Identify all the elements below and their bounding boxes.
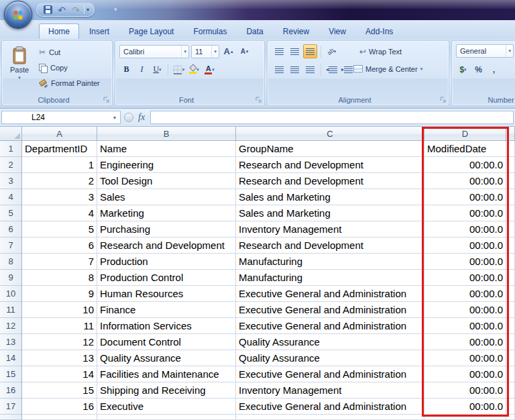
cell-A16[interactable]: 15	[22, 382, 97, 399]
name-box[interactable]: L24 ▾	[1, 111, 121, 124]
cell-D8[interactable]: 00:00.0	[424, 254, 506, 270]
cell-stub-11[interactable]	[506, 302, 515, 318]
row-header-5[interactable]: 5	[0, 205, 22, 221]
cell-D13[interactable]: 00:00.0	[424, 334, 506, 350]
cell-B8[interactable]: Production	[97, 254, 236, 270]
save-button[interactable]	[42, 4, 54, 15]
cell-C14[interactable]: Quality Assurance	[236, 350, 424, 366]
column-header-D[interactable]: D	[424, 127, 506, 141]
cell-C12[interactable]: Executive General and Administration	[236, 318, 424, 334]
decrease-indent-button[interactable]: ◂	[325, 62, 339, 76]
row-header-9[interactable]: 9	[0, 270, 22, 286]
tab-page-layout[interactable]: Page Layout	[119, 23, 183, 39]
tab-review[interactable]: Review	[274, 23, 319, 39]
row-header-17[interactable]: 17	[0, 399, 22, 415]
cell-D15[interactable]: 00:00.0	[424, 366, 506, 382]
cell-C10[interactable]: Executive General and Administration	[236, 286, 424, 302]
font-name-combobox[interactable]: Calibri ▾	[119, 45, 189, 58]
cell-D11[interactable]: 00:00.0	[424, 302, 506, 318]
paste-button[interactable]: Paste ▾	[4, 43, 35, 95]
cell-C2[interactable]: Research and Development	[236, 157, 424, 173]
row-header-16[interactable]: 16	[0, 382, 22, 399]
cell-C13[interactable]: Quality Assurance	[236, 334, 424, 350]
cell-B11[interactable]: Finance	[97, 302, 236, 318]
cell-B12[interactable]: Information Services	[97, 318, 236, 334]
undo-button[interactable]: ↶	[56, 4, 68, 15]
tab-insert[interactable]: Insert	[80, 23, 119, 39]
cell-A2[interactable]: 1	[22, 157, 97, 173]
shrink-font-button[interactable]: A ▾	[237, 44, 251, 58]
percent-format-button[interactable]: %	[471, 62, 485, 76]
cell-C17[interactable]: Executive General and Administration	[236, 399, 424, 415]
accounting-format-button[interactable]: $ ▾	[456, 62, 470, 76]
tab-data[interactable]: Data	[237, 23, 272, 39]
cell-A3[interactable]: 2	[22, 173, 97, 189]
office-button[interactable]	[4, 1, 32, 29]
insert-function-button[interactable]: fx	[138, 112, 145, 123]
number-format-combobox[interactable]: General ▾	[456, 44, 514, 58]
merge-center-button[interactable]: Merge & Center ▾	[351, 62, 425, 76]
cell-D7[interactable]: 00:00.0	[424, 238, 506, 254]
cell-D5[interactable]: 00:00.0	[424, 205, 506, 221]
bold-button[interactable]: B	[119, 62, 133, 76]
cell-B3[interactable]: Tool Design	[97, 173, 236, 189]
cell-D17[interactable]: 00:00.0	[424, 399, 506, 415]
select-all-corner[interactable]	[0, 127, 22, 141]
redo-button[interactable]: ↷	[70, 4, 82, 15]
borders-button[interactable]: ▾	[172, 62, 186, 76]
cell-stub-6[interactable]	[506, 221, 515, 238]
tab-home[interactable]: Home	[39, 23, 79, 39]
cell-A4[interactable]: 3	[22, 189, 97, 205]
cell-B17[interactable]: Executive	[97, 399, 236, 415]
align-right-button[interactable]	[303, 62, 317, 76]
cell-stub-2[interactable]	[506, 157, 515, 173]
cell-A12[interactable]: 11	[22, 318, 97, 334]
cell-B6[interactable]: Purchasing	[97, 221, 236, 238]
cell-A9[interactable]: 8	[22, 270, 97, 286]
row-header-11[interactable]: 11	[0, 302, 22, 318]
row-header-3[interactable]: 3	[0, 173, 22, 189]
column-header-C[interactable]: C	[236, 127, 424, 141]
copy-button[interactable]: Copy	[37, 61, 102, 74]
row-header-7[interactable]: 7	[0, 238, 22, 254]
customize-qat-chevron-icon[interactable]: ▾	[114, 6, 117, 13]
cell-D12[interactable]: 00:00.0	[424, 318, 506, 334]
cell-B4[interactable]: Sales	[97, 189, 236, 205]
cell-C15[interactable]: Executive General and Administration	[236, 366, 424, 382]
cell-stub-5[interactable]	[506, 205, 515, 221]
cell-D10[interactable]: 00:00.0	[424, 286, 506, 302]
cell-stub-4[interactable]	[506, 189, 515, 205]
cell-A7[interactable]: 6	[22, 238, 97, 254]
font-size-combobox[interactable]: 11 ▾	[191, 45, 219, 58]
cell-A6[interactable]: 5	[22, 221, 97, 238]
grow-font-button[interactable]: A ▴	[221, 44, 235, 58]
cell-B7[interactable]: Research and Development	[97, 238, 236, 254]
cell-A10[interactable]: 9	[22, 286, 97, 302]
comma-format-button[interactable]: ,	[487, 62, 501, 76]
cell-B9[interactable]: Production Control	[97, 270, 236, 286]
chevron-down-icon[interactable]: ▾	[87, 7, 89, 13]
cell-stub-9[interactable]	[506, 270, 515, 286]
cell-A5[interactable]: 4	[22, 205, 97, 221]
align-left-button[interactable]	[272, 62, 286, 76]
cell-stub-12[interactable]	[506, 318, 515, 334]
cell-stub-17[interactable]	[506, 399, 515, 415]
cell-D9[interactable]: 00:00.0	[424, 270, 506, 286]
cell-A14[interactable]: 13	[22, 350, 97, 366]
cell-B5[interactable]: Marketing	[97, 205, 236, 221]
formula-input[interactable]	[150, 111, 514, 124]
row-header-4[interactable]: 4	[0, 189, 22, 205]
format-painter-button[interactable]: Format Painter	[37, 76, 102, 90]
cell-B10[interactable]: Human Resources	[97, 286, 236, 302]
cell-D14[interactable]: 00:00.0	[424, 350, 506, 366]
column-header-stub[interactable]	[506, 127, 515, 141]
clipboard-dialog-launcher[interactable]	[103, 96, 111, 104]
cell-C8[interactable]: Manufacturing	[236, 254, 424, 270]
cell-stub-8[interactable]	[506, 254, 515, 270]
cell-B13[interactable]: Document Control	[97, 334, 236, 350]
cell-C5[interactable]: Sales and Marketing	[236, 205, 424, 221]
cell-C16[interactable]: Inventory Management	[236, 382, 424, 399]
cell-D16[interactable]: 00:00.0	[424, 382, 506, 399]
cell-D3[interactable]: 00:00.0	[424, 173, 506, 189]
row-header-8[interactable]: 8	[0, 254, 22, 270]
